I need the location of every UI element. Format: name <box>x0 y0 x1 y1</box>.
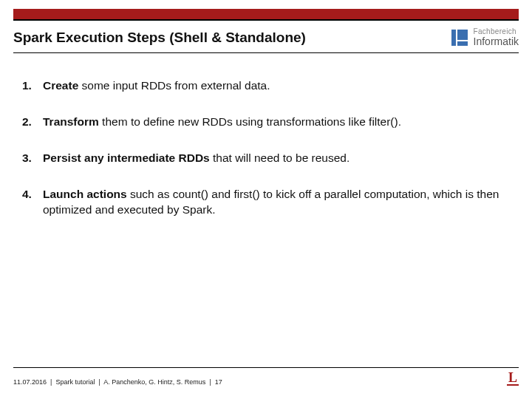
footer-authors: A. Panchenko, G. Hintz, S. Remus <box>103 378 205 386</box>
item-text: Create some input RDDs from external dat… <box>43 78 510 94</box>
dept-logo: Fachbereich Informatik <box>451 28 519 47</box>
item-number: 4. <box>22 187 43 218</box>
list-item: 2. Transform them to define new RDDs usi… <box>22 115 510 130</box>
logo-line1: Fachbereich <box>474 28 519 36</box>
item-text: Persist any intermediate RDDs that will … <box>43 151 510 166</box>
logo-line2: Informatik <box>474 36 519 47</box>
logo-text: Fachbereich Informatik <box>474 28 519 47</box>
item-text: Transform them to define new RDDs using … <box>43 115 510 130</box>
list-item: 1. Create some input RDDs from external … <box>22 78 510 94</box>
accent-bar <box>13 9 519 19</box>
footer-meta: 11.07.2016 | Spark tutorial | A. Panchen… <box>13 378 222 386</box>
item-number: 2. <box>22 115 43 130</box>
slide-footer: 11.07.2016 | Spark tutorial | A. Panchen… <box>13 367 519 386</box>
item-number: 1. <box>22 78 43 94</box>
slide-header: Spark Execution Steps (Shell & Standalon… <box>13 19 519 53</box>
corner-logo-icon: L <box>507 371 519 386</box>
slide-title: Spark Execution Steps (Shell & Standalon… <box>13 30 306 46</box>
slide-body: 1. Create some input RDDs from external … <box>0 53 532 218</box>
footer-date: 11.07.2016 <box>13 378 47 386</box>
item-text: Launch actions such as count() and first… <box>43 187 510 218</box>
logo-mark-icon <box>451 30 468 46</box>
item-number: 3. <box>22 151 43 166</box>
footer-page: 17 <box>215 378 222 386</box>
list-item: 4. Launch actions such as count() and fi… <box>22 187 510 218</box>
footer-course: Spark tutorial <box>55 378 95 386</box>
list-item: 3. Persist any intermediate RDDs that wi… <box>22 151 510 166</box>
